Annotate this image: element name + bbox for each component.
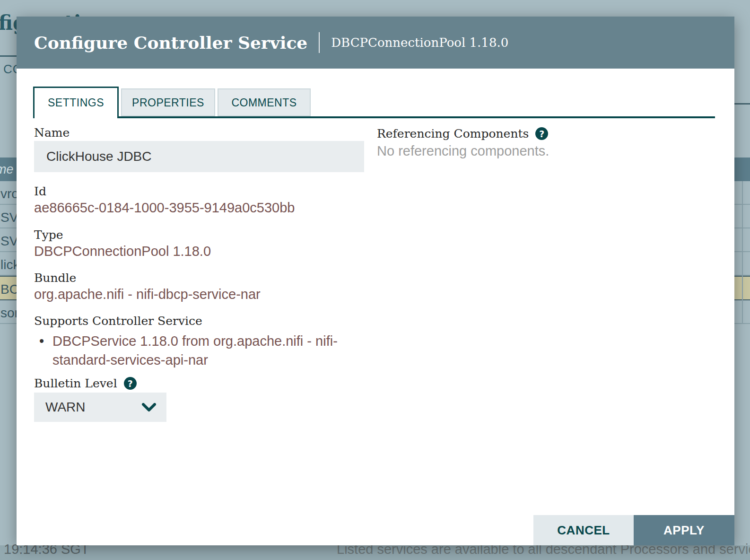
dialog-header: Configure Controller Service DBCPConnect… [17, 17, 734, 69]
background-tab-underline-left [0, 55, 17, 57]
type-label: Type [34, 228, 63, 242]
supports-controller-service-label: Supports Controller Service [34, 314, 202, 328]
referencing-components-label-row: Referencing Components ? [377, 127, 548, 140]
dialog-title: Configure Controller Service [34, 33, 307, 52]
tab-settings[interactable]: SETTINGS [33, 87, 119, 118]
tab-properties[interactable]: PROPERTIES [121, 88, 215, 116]
title-separator [319, 32, 320, 53]
supports-controller-service-list: DBCPService 1.18.0 from org.apache.nifi … [36, 332, 363, 369]
tabbar-underline [33, 116, 715, 118]
help-icon[interactable]: ? [124, 377, 137, 390]
chevron-down-icon [142, 403, 156, 412]
background-column-header-fragment: ame [0, 162, 14, 177]
bulletin-level-label: Bulletin Level [34, 376, 117, 390]
name-label: Name [34, 126, 70, 140]
bulletin-level-label-row: Bulletin Level ? [34, 376, 137, 390]
bulletin-level-dropdown[interactable]: WARN [34, 393, 166, 422]
tab-comments[interactable]: COMMENTS [218, 88, 311, 116]
type-value: DBCPConnectionPool 1.18.0 [34, 244, 211, 259]
referencing-components-label: Referencing Components [377, 127, 529, 140]
dialog-subtitle: DBCPConnectionPool 1.18.0 [331, 35, 508, 50]
cancel-button[interactable]: CANCEL [533, 515, 634, 545]
bundle-value: org.apache.nifi - nifi-dbcp-service-nar [34, 287, 261, 302]
configure-controller-service-dialog: Configure Controller Service DBCPConnect… [17, 17, 734, 545]
name-input[interactable]: ClickHouse JDBC [34, 141, 364, 172]
apply-button[interactable]: APPLY [634, 515, 734, 545]
id-label: Id [34, 184, 46, 198]
background-table-border [742, 181, 743, 324]
background-tab-underline-right [734, 103, 750, 105]
screen: nfiguration CONTROLLER SERVICES ame vro … [0, 0, 750, 560]
id-value: ae86665c-0184-1000-3955-9149a0c530bb [34, 200, 295, 216]
list-item: DBCPService 1.18.0 from org.apache.nifi … [36, 332, 363, 369]
referencing-components-empty-text: No referencing components. [377, 143, 549, 159]
help-icon[interactable]: ? [535, 127, 548, 140]
bundle-label: Bundle [34, 271, 76, 285]
bulletin-level-value: WARN [45, 400, 86, 415]
